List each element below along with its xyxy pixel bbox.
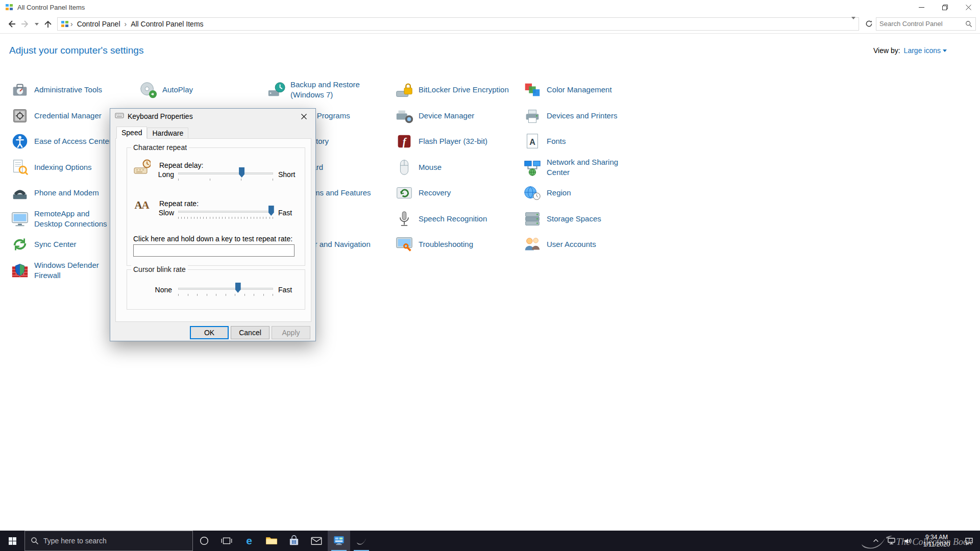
dialog-title: Keyboard Properties — [128, 112, 193, 120]
search-input[interactable] — [879, 20, 965, 28]
control-panel-item[interactable]: Administrative Tools — [10, 77, 138, 103]
control-panel-item[interactable]: Troubleshooting — [395, 232, 523, 258]
up-button[interactable] — [41, 17, 55, 31]
forward-button[interactable] — [18, 17, 33, 31]
network-sharing-icon — [523, 158, 542, 177]
refresh-button[interactable] — [862, 17, 876, 31]
repeat-delay-max-label: Short — [278, 170, 295, 179]
slider-track[interactable] — [178, 211, 273, 213]
control-panel-item-label: Sync Center — [34, 239, 77, 249]
task-view-icon — [220, 534, 233, 547]
slider-track[interactable] — [178, 172, 273, 174]
taskbar-search-input[interactable] — [43, 537, 187, 545]
slider-track[interactable] — [178, 288, 273, 290]
network-tray-button[interactable] — [883, 531, 899, 551]
collection-book-app-button[interactable] — [350, 531, 373, 551]
edge-icon: e — [242, 534, 256, 547]
address-history-dropdown[interactable] — [851, 19, 855, 29]
tab-hardware[interactable]: Hardware — [147, 128, 188, 139]
control-panel-item-label: Backup and Restore (Windows 7) — [290, 80, 373, 100]
repeat-delay-slider[interactable] — [177, 167, 275, 182]
control-panel-item[interactable]: Devices and Printers — [523, 103, 651, 129]
tab-speed[interactable]: Speed — [116, 127, 147, 139]
troubleshooting-icon — [395, 235, 414, 254]
credential-manager-icon — [10, 106, 30, 126]
address-bar[interactable]: ›Control Panel›All Control Panel Items — [57, 17, 859, 31]
chevron-down-icon — [35, 23, 39, 28]
control-panel-button[interactable] — [328, 531, 350, 551]
recent-pages-dropdown[interactable] — [33, 17, 41, 31]
start-button[interactable] — [0, 531, 24, 551]
control-panel-item[interactable]: User Accounts — [523, 232, 651, 258]
control-panel-item-label: Speech Recognition — [419, 214, 487, 224]
control-panel-item[interactable]: Backup and Restore (Windows 7) — [266, 77, 395, 103]
edge-button[interactable]: e — [238, 531, 260, 551]
repeat-rate-icon: AA — [133, 196, 151, 215]
svg-text:A: A — [141, 199, 150, 211]
action-center-button[interactable] — [958, 531, 980, 551]
taskbar-clock[interactable]: 9:34 AM 1/11/2020 — [916, 534, 958, 548]
close-button[interactable] — [957, 0, 980, 14]
windows-logo-icon — [8, 537, 17, 545]
volume-tray-button[interactable] — [899, 531, 916, 551]
apply-button[interactable]: Apply — [272, 326, 310, 339]
control-panel-item[interactable]: Mouse — [395, 155, 523, 181]
task-view-button[interactable] — [215, 531, 238, 551]
user-accounts-icon — [523, 235, 542, 254]
phone-modem-icon — [10, 183, 30, 203]
restore-button[interactable] — [933, 0, 957, 14]
cancel-button[interactable]: Cancel — [231, 326, 270, 339]
repeat-test-input[interactable] — [133, 244, 295, 257]
file-explorer-button[interactable] — [260, 531, 283, 551]
minimize-button[interactable] — [910, 0, 933, 14]
control-panel-item[interactable]: AutoPlay — [138, 77, 266, 103]
svg-text:e: e — [246, 535, 252, 546]
control-panel-item[interactable]: Color Management — [523, 77, 651, 103]
cursor-blink-slider[interactable] — [177, 282, 275, 297]
control-panel-item[interactable]: fFlash Player (32-bit) — [395, 129, 523, 155]
control-panel-item[interactable]: BitLocker Drive Encryption — [395, 77, 523, 103]
control-panel-item[interactable]: Speech Recognition — [395, 206, 523, 232]
control-panel-item[interactable]: Device Manager — [395, 103, 523, 129]
slider-thumb[interactable] — [268, 206, 274, 216]
chevron-up-icon — [872, 537, 879, 544]
hidden-icons-button[interactable] — [869, 531, 883, 551]
control-panel-item[interactable]: Region — [523, 180, 651, 206]
control-panel-item-label: Color Management — [547, 85, 612, 95]
navigation-bar: ›Control Panel›All Control Panel Items — [0, 14, 980, 34]
control-panel-item-label: Flash Player (32-bit) — [419, 136, 487, 146]
repeat-rate-slider[interactable] — [177, 205, 275, 220]
view-by: View by: Large icons — [873, 46, 947, 55]
control-panel-window-icon — [5, 3, 13, 11]
breadcrumb-item[interactable]: Control Panel — [74, 20, 124, 28]
network-icon — [887, 537, 896, 545]
mail-button[interactable] — [305, 531, 328, 551]
cortana-button[interactable] — [193, 531, 215, 551]
slider-thumb[interactable] — [235, 283, 241, 293]
control-panel-search[interactable] — [876, 17, 976, 31]
control-panel-item-label: Troubleshooting — [419, 239, 473, 249]
store-button[interactable] — [283, 531, 305, 551]
control-panel-item[interactable]: Network and Sharing Center — [523, 155, 651, 181]
view-by-dropdown[interactable]: Large icons — [904, 46, 947, 55]
control-panel-item-label: AutoPlay — [162, 85, 193, 95]
control-panel-item[interactable]: Recovery — [395, 180, 523, 206]
control-panel-item[interactable]: Storage Spaces — [523, 206, 651, 232]
cursor-blink-min-label: None — [154, 286, 172, 294]
slider-thumb[interactable] — [239, 167, 244, 178]
dialog-close-button[interactable] — [292, 109, 315, 124]
breadcrumb-item[interactable]: All Control Panel Items — [127, 20, 207, 28]
close-icon — [301, 114, 307, 119]
dialog-titlebar[interactable]: Keyboard Properties — [110, 109, 315, 124]
system-tray: 9:34 AM 1/11/2020 — [869, 531, 980, 551]
flash-player-icon: f — [395, 132, 414, 151]
slider-ticks — [178, 179, 273, 181]
back-button[interactable] — [4, 17, 18, 31]
ok-button[interactable]: OK — [190, 326, 229, 339]
breadcrumb: ›Control Panel›All Control Panel Items — [70, 20, 207, 28]
control-panel-item[interactable]: AFonts — [523, 129, 651, 155]
store-icon — [287, 534, 301, 547]
taskbar-search[interactable] — [24, 531, 193, 551]
recovery-icon — [395, 183, 414, 203]
speed-tab-page: Character repeat Repeat delay: Long Shor… — [115, 138, 311, 322]
